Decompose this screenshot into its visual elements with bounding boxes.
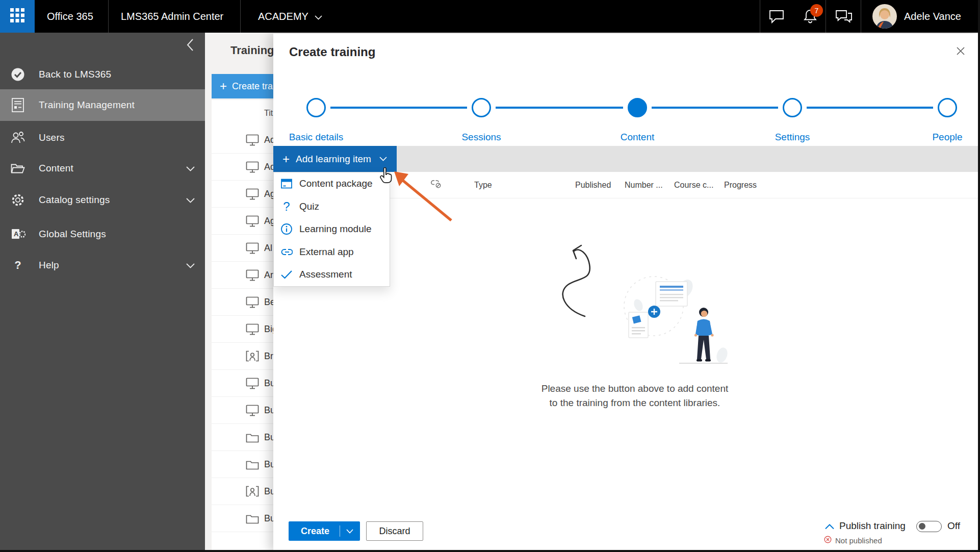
column-course-c-[interactable]: Course c...	[674, 172, 713, 198]
sidebar-item-label: Global Settings	[39, 229, 106, 240]
create-training-button[interactable]: + Create tra	[212, 74, 273, 98]
sidebar-item-label: Training Management	[39, 99, 135, 111]
publish-toggle[interactable]	[916, 521, 942, 532]
step-circle-basic-details[interactable]	[306, 98, 326, 117]
table-row[interactable]: Ad	[212, 154, 273, 181]
step-circle-content[interactable]	[628, 98, 647, 117]
monitor-icon	[246, 188, 259, 200]
training-title: Al	[264, 243, 272, 254]
column-progress[interactable]: Progress	[724, 172, 757, 198]
users-icon	[10, 131, 25, 145]
window-border-bottom	[0, 550, 980, 552]
chevron-down-icon	[315, 11, 322, 22]
column-type[interactable]: Type	[474, 172, 492, 198]
discard-button[interactable]: Discard	[366, 521, 423, 541]
monitor-icon	[246, 405, 259, 416]
admin-center-title[interactable]: LMS365 Admin Center	[121, 0, 223, 33]
step-circle-people[interactable]	[938, 98, 957, 117]
publish-status-label: Not published	[835, 536, 882, 545]
page-title: Training M	[230, 44, 273, 57]
menu-item-quiz[interactable]: ? Quiz	[274, 195, 390, 218]
table-row[interactable]: Be	[212, 289, 273, 316]
sidebar-item-help[interactable]: ? Help	[0, 251, 205, 280]
add-learning-item-label: Add learning item	[296, 154, 371, 165]
global-settings-icon: A	[10, 227, 25, 242]
user-avatar[interactable]	[872, 4, 897, 29]
menu-item-external-app[interactable]: External app	[274, 241, 390, 264]
tenant-dropdown[interactable]: ACADEMY	[258, 0, 322, 33]
publish-training-label: Publish training	[839, 520, 906, 532]
training-title: Bu	[264, 459, 273, 470]
menu-item-label: External app	[299, 246, 354, 258]
empty-state-line2: to the training from the content librari…	[482, 396, 788, 410]
monitor-icon	[246, 215, 259, 227]
table-row[interactable]: Art	[212, 262, 273, 289]
table-row[interactable]: Big	[212, 316, 273, 343]
sidebar-item-catalog-settings[interactable]: Catalog settings	[0, 186, 205, 214]
sidebar-item-back-to-lms365[interactable]: Back to LMS365	[0, 60, 205, 89]
create-button[interactable]: Create	[289, 521, 360, 541]
step-label-settings[interactable]: Settings	[731, 132, 854, 143]
chevron-down-icon	[186, 163, 195, 174]
step-circle-settings[interactable]	[783, 98, 802, 117]
table-row[interactable]: Bu	[212, 505, 273, 532]
step-label-basic-details[interactable]: Basic details	[255, 132, 377, 143]
step-connector	[652, 107, 778, 109]
table-row[interactable]: Al	[212, 235, 273, 262]
step-label-content[interactable]: Content	[576, 132, 699, 143]
title-column-header[interactable]: Tit	[264, 100, 273, 127]
training-management-page: Training M + Create tra Tit Ad Ad Ag Ag …	[205, 33, 273, 550]
step-circle-sessions[interactable]	[472, 98, 491, 117]
trainings-table: Tit Ad Ad Ag Ag Al Art Be Big Bra Bu Bu …	[212, 100, 273, 550]
step-label-people[interactable]: People	[886, 132, 980, 143]
training-title: Bra	[264, 351, 273, 362]
training-title: Bu	[264, 432, 273, 443]
sidebar-collapse-button[interactable]	[184, 39, 197, 53]
chat-icon[interactable]	[768, 9, 785, 26]
column-published[interactable]: Published	[575, 172, 611, 198]
sidebar-item-users[interactable]: Users	[0, 123, 205, 152]
chevron-down-icon	[186, 260, 195, 271]
table-row[interactable]: Bra	[212, 343, 273, 370]
table-row[interactable]: Bu	[212, 478, 273, 505]
monitor-icon	[246, 161, 259, 173]
column-number-[interactable]: Number ...	[625, 172, 663, 198]
chevron-down-icon[interactable]	[346, 529, 353, 534]
app-launcher-button[interactable]	[0, 0, 35, 33]
step-connector	[807, 107, 933, 109]
sidebar-item-label: Help	[39, 260, 59, 271]
sidebar-item-content[interactable]: Content	[0, 154, 205, 183]
feedback-icon[interactable]	[835, 9, 853, 26]
content-package-icon	[280, 178, 293, 189]
table-row[interactable]: Bu	[212, 370, 273, 397]
step-label-sessions[interactable]: Sessions	[420, 132, 543, 143]
office365-link[interactable]: Office 365	[47, 0, 93, 33]
training-title: Big	[264, 324, 273, 335]
top-bar: Office 365 LMS365 Admin Center ACADEMY 7…	[0, 0, 980, 33]
empty-state-text: Please use the button above to add conte…	[482, 382, 788, 410]
close-button[interactable]	[953, 45, 968, 59]
sidebar-item-training-management[interactable]: Training Management	[0, 89, 205, 121]
column-link[interactable]	[430, 172, 442, 198]
table-row[interactable]: Bu	[212, 397, 273, 424]
menu-item-assessment[interactable]: Assessment	[274, 263, 390, 286]
training-title: Ad	[264, 162, 273, 172]
training-title: Ag	[264, 216, 273, 227]
publish-status: Not published	[824, 536, 882, 545]
not-published-icon	[824, 536, 832, 545]
table-row[interactable]: Ag	[212, 208, 273, 235]
notification-badge: 7	[810, 4, 823, 17]
step-connector	[330, 107, 467, 109]
menu-item-learning-module[interactable]: Learning module	[274, 218, 390, 241]
add-learning-item-button[interactable]: + Add learning item	[273, 146, 397, 172]
training-title: Bu	[264, 405, 273, 416]
monitor-icon	[246, 242, 259, 254]
chevron-up-icon[interactable]	[825, 522, 834, 532]
training-title: Be	[264, 297, 273, 308]
user-name[interactable]: Adele Vance	[904, 0, 961, 33]
menu-item-content-package[interactable]: Content package	[274, 172, 390, 195]
table-row[interactable]: Bu	[212, 451, 273, 478]
table-row[interactable]: Ag	[212, 181, 273, 208]
table-row[interactable]: Bu	[212, 424, 273, 451]
sidebar-item-global-settings[interactable]: A Global Settings	[0, 220, 205, 248]
